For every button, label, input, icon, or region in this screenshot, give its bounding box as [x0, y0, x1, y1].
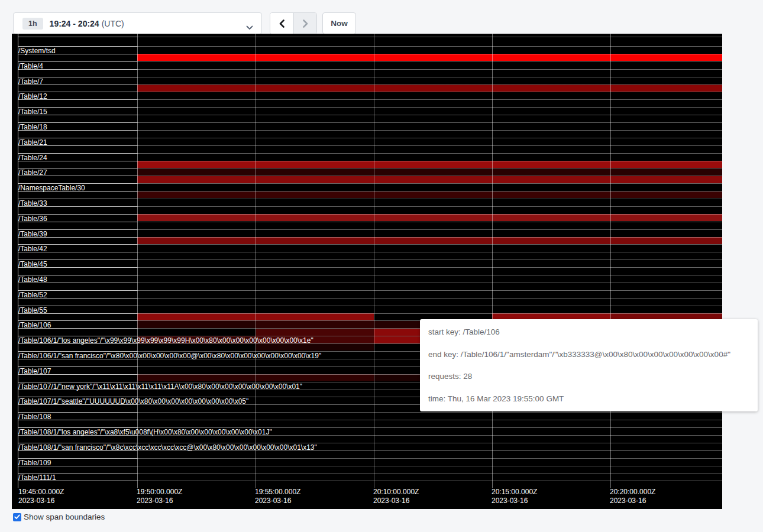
heatmap-cell[interactable] — [492, 176, 610, 183]
span-label: /Table/108/1/"los angeles"/"\xa8\xf5\u00… — [18, 429, 272, 436]
heatmap-cell[interactable] — [256, 344, 374, 351]
x-axis-label: 19:45:00.000Z2023-03-16 — [18, 488, 64, 505]
heatmap-cell[interactable] — [137, 374, 256, 381]
chevron-left-icon — [279, 20, 286, 28]
span-boundary-line — [18, 69, 722, 70]
span-boundary-line — [18, 92, 722, 92]
heatmap-cell[interactable] — [256, 329, 374, 336]
tooltip-end-key: end key: /Table/106/1/"amsterdam"/"\xb33… — [428, 350, 749, 359]
heatmap-cell[interactable] — [137, 168, 256, 176]
heatmap-cell[interactable] — [610, 176, 722, 183]
heatmap-cell[interactable] — [256, 237, 374, 244]
span-label: /Table/24 — [18, 154, 47, 161]
span-boundary-line — [18, 161, 722, 161]
heatmap-cell[interactable] — [137, 321, 256, 328]
heatmap-cell[interactable] — [137, 214, 256, 221]
heatmap-cell[interactable] — [374, 161, 492, 168]
heatmap-cell[interactable] — [610, 161, 722, 168]
now-button[interactable]: Now — [322, 12, 356, 34]
heatmap-cell[interactable] — [256, 161, 374, 168]
chevron-right-icon — [302, 20, 309, 28]
span-label: /Table/42 — [18, 245, 47, 252]
heatmap-cell[interactable] — [137, 176, 256, 183]
span-label: /Table/107/1/"seattle"/"UUUUUUD\x00\x80\… — [18, 398, 248, 405]
heatmap-cell[interactable] — [492, 85, 610, 92]
heatmap-cell[interactable] — [374, 192, 492, 199]
heatmap-cell[interactable] — [256, 321, 374, 328]
heatmap-cell[interactable] — [137, 85, 256, 92]
tooltip-start-key: start key: /Table/106 — [428, 327, 749, 336]
heatmap-cell[interactable] — [256, 313, 374, 320]
heatmap-cell[interactable] — [256, 85, 374, 92]
heatmap-cell[interactable] — [137, 237, 256, 244]
prev-time-button[interactable] — [270, 13, 293, 34]
span-boundary-line — [18, 244, 722, 245]
heatmap-cell[interactable] — [374, 237, 492, 244]
span-boundary-line — [18, 306, 722, 306]
span-boundary-line — [18, 259, 722, 260]
heatmap-cell[interactable] — [374, 54, 492, 61]
footer: Show span boundaries — [13, 512, 105, 521]
heatmap-cell[interactable] — [256, 176, 374, 183]
heatmap-cell[interactable] — [610, 85, 722, 92]
x-axis-label: 20:15:00.000Z2023-03-16 — [492, 488, 537, 505]
span-boundary-line — [18, 99, 722, 100]
heatmap-cell[interactable] — [256, 214, 374, 221]
heatmap-cell[interactable] — [256, 168, 374, 176]
span-label: /Table/36 — [18, 215, 47, 222]
span-boundary-line — [18, 199, 722, 199]
time-range-selector[interactable]: 1h 19:24 - 20:24(UTC) — [13, 12, 262, 34]
show-span-boundaries-checkbox[interactable] — [13, 513, 21, 521]
span-boundary-line — [18, 115, 722, 115]
heatmap-cell[interactable] — [610, 168, 722, 176]
show-span-boundaries-label: Show span boundaries — [24, 512, 105, 521]
span-label: /Table/21 — [18, 139, 47, 146]
heatmap-cell[interactable] — [256, 54, 374, 61]
heatmap-cell[interactable] — [137, 54, 256, 61]
heatmap-cell[interactable] — [374, 176, 492, 183]
heatmap-cell[interactable] — [492, 192, 610, 199]
heatmap-cell[interactable] — [610, 214, 722, 221]
heatmap-cell[interactable] — [492, 168, 610, 176]
span-boundary-line — [18, 252, 722, 252]
span-boundary-line — [18, 130, 722, 131]
heatmap-cell[interactable] — [137, 161, 256, 168]
heatmap-cell[interactable] — [492, 237, 610, 244]
heatmap-cell[interactable] — [256, 374, 374, 381]
range-timezone: (UTC) — [102, 19, 124, 28]
heatmap-cell[interactable] — [492, 161, 610, 168]
heatmap-cell[interactable] — [492, 54, 610, 61]
heatmap-cell[interactable] — [610, 237, 722, 244]
span-boundary-line — [18, 237, 722, 238]
heatmap-cell[interactable] — [374, 85, 492, 92]
heatmap-cell[interactable] — [137, 313, 256, 320]
span-boundary-line — [18, 176, 722, 176]
heatmap-cell[interactable] — [492, 214, 610, 221]
span-boundary-line — [18, 412, 722, 413]
key-visualizer-heatmap[interactable]: /System/tsd/Table/4/Table/7/Table/12/Tab… — [12, 34, 722, 509]
heatmap-cell[interactable] — [374, 214, 492, 221]
span-boundary-line — [18, 77, 722, 77]
span-label: /Table/106/1/"san francisco"/"\x80\x00\x… — [18, 352, 321, 359]
heatmap-cell[interactable] — [374, 168, 492, 176]
chevron-down-icon — [246, 22, 253, 33]
span-boundary-line — [18, 54, 722, 54]
span-boundary-line — [18, 153, 722, 154]
check-icon — [14, 514, 20, 520]
heatmap-cell[interactable] — [256, 192, 374, 199]
heatmap-cell[interactable] — [137, 192, 256, 199]
span-label: /Table/12 — [18, 93, 47, 100]
heatmap-cell[interactable] — [610, 54, 722, 61]
span-boundary-line — [18, 275, 722, 275]
span-label: /Table/18 — [18, 124, 47, 131]
span-label: /System/tsd — [18, 47, 56, 54]
next-time-button[interactable] — [293, 13, 316, 34]
time-gridline — [610, 34, 611, 488]
span-label: /Table/107 — [18, 368, 51, 375]
span-boundary-line — [18, 458, 722, 459]
span-label: /Table/111/1 — [18, 474, 56, 481]
range-text: 19:24 - 20:24(UTC) — [50, 19, 124, 28]
span-label: /Table/33 — [18, 200, 47, 207]
heatmap-cell[interactable] — [610, 192, 722, 199]
tooltip-requests: requests: 28 — [428, 372, 749, 381]
